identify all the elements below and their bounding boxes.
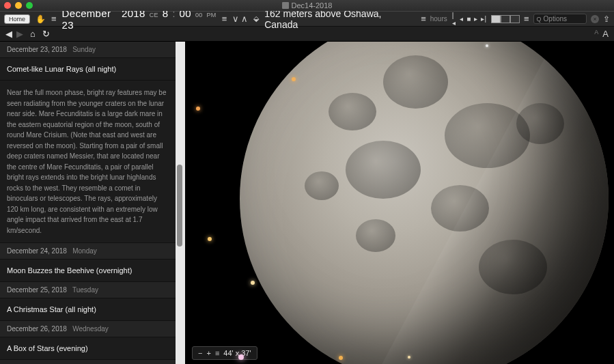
event-date-header: December 24, 2018 Monday (0, 243, 176, 260)
event-date-header: December 26, 2018 Wednesday (0, 321, 176, 337)
events-sidebar[interactable]: December 23, 2018 SundayComet-like Lunar… (0, 42, 176, 364)
time-step-label[interactable]: hours (430, 15, 447, 23)
nav-history: ◀ ▶ (5, 29, 23, 39)
scrollbar-thumb[interactable] (177, 165, 182, 247)
reload-icon[interactable]: ↻ (42, 29, 50, 39)
star[interactable] (238, 354, 244, 360)
chevron-up-icon[interactable]: ∧ (241, 14, 248, 24)
event-date-header: December 23, 2018 Sunday (0, 42, 176, 58)
star[interactable] (292, 77, 296, 81)
font-smaller-icon[interactable]: A (594, 29, 598, 39)
step-back-icon[interactable]: ◂ (459, 15, 464, 23)
event-title[interactable]: Moon Buzzes the Beehive (overnight) (0, 260, 176, 282)
window-title: Dec14-2018 (282, 1, 333, 10)
event-date-header: December 27, 2018 Thursday (0, 360, 176, 364)
skip-forward-icon[interactable]: ▸| (480, 15, 487, 23)
sky-view[interactable]: − + ≡ 44' x 37' (185, 42, 614, 364)
back-button[interactable]: ◀ (5, 29, 12, 39)
zoom-in-button[interactable]: + (206, 349, 210, 357)
center-panel-toggle[interactable] (501, 15, 510, 23)
event-body: Near the full moon phase, bright ray fea… (0, 81, 176, 243)
event-title[interactable]: Comet-like Lunar Rays (all night) (0, 58, 176, 81)
font-size-controls: A A (594, 29, 609, 39)
moon-terminator (240, 42, 609, 364)
zoom-out-button[interactable]: − (198, 349, 202, 357)
main-content: December 23, 2018 SundayComet-like Lunar… (0, 42, 614, 364)
time-ampm: PM (207, 12, 217, 18)
star[interactable] (339, 356, 343, 360)
event-date-header: December 25, 2018 Tuesday (0, 282, 176, 298)
right-panel-toggle[interactable] (510, 15, 520, 23)
search-field[interactable]: Q Options (533, 14, 587, 24)
star[interactable] (251, 281, 255, 285)
sidebar-divider[interactable] (176, 42, 185, 364)
menu-icon[interactable]: ≡ (215, 349, 219, 357)
star[interactable] (486, 44, 488, 47)
location-label[interactable]: 162 meters above Oshawa, Canada (264, 8, 410, 30)
menu-icon[interactable]: ≡ (222, 14, 227, 24)
search-placeholder: Options (544, 15, 567, 23)
menu-icon[interactable]: ≡ (51, 14, 57, 24)
search-icon: Q (537, 16, 542, 23)
fov-dimensions: 44' x 37' (223, 349, 251, 357)
menu-icon[interactable]: ≡ (421, 14, 426, 24)
event-title[interactable]: A Box of Stars (evening) (0, 337, 176, 360)
close-window-button[interactable] (4, 2, 11, 9)
fov-control: − + ≡ 44' x 37' (192, 346, 257, 360)
chevron-down-icon[interactable]: ∨ (232, 14, 239, 24)
share-icon[interactable]: ⇪ (603, 14, 610, 24)
orientation-controls[interactable]: ∨ ∧ (232, 14, 248, 24)
time-transport: |◂ ◂ ■ ▸ ▸| (451, 12, 487, 27)
star[interactable] (196, 107, 200, 111)
star[interactable] (408, 356, 410, 359)
hand-tool-icon[interactable]: ✋ (36, 14, 46, 24)
panel-toggle (491, 15, 520, 23)
clear-icon[interactable]: × (591, 15, 599, 23)
font-larger-icon[interactable]: A (602, 29, 609, 39)
time-sec: 00 (195, 12, 203, 18)
skip-back-icon[interactable]: |◂ (451, 12, 458, 27)
titlebar: Dec14-2018 (0, 0, 614, 11)
event-title[interactable]: A Christmas Star (all night) (0, 298, 176, 321)
step-forward-icon[interactable]: ▸ (473, 15, 478, 23)
era-label: CE (150, 12, 158, 18)
minimize-window-button[interactable] (15, 2, 22, 9)
star[interactable] (208, 237, 212, 241)
window-controls (4, 2, 33, 9)
main-toolbar: Home ✋ ≡ December 23 2018 CE 8 : 00 00 P… (0, 11, 614, 27)
location-pin-icon[interactable]: ⬙ (253, 14, 259, 23)
document-icon (282, 2, 289, 9)
zoom-window-button[interactable] (26, 2, 33, 9)
forward-button[interactable]: ▶ (16, 29, 23, 39)
menu-icon[interactable]: ≡ (524, 14, 529, 24)
stop-icon[interactable]: ■ (466, 15, 471, 23)
left-panel-toggle[interactable] (491, 15, 501, 23)
home-icon[interactable]: ⌂ (30, 29, 36, 39)
home-button[interactable]: Home (4, 14, 30, 24)
window-title-text: Dec14-2018 (292, 1, 333, 10)
